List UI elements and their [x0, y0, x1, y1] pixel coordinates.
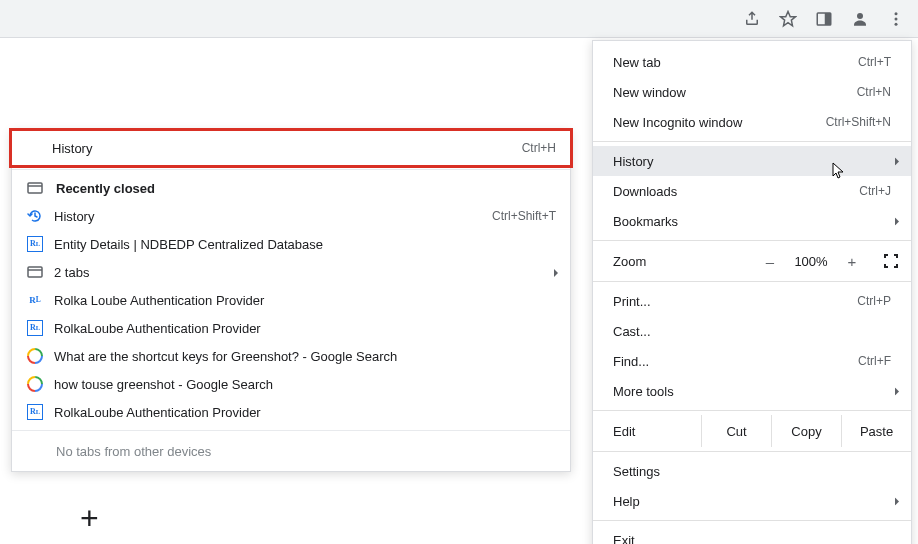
submenu-label: RolkaLoube Authentication Provider	[54, 405, 556, 420]
menu-label: Find...	[613, 354, 858, 369]
menu-label: Settings	[613, 464, 891, 479]
rl-favicon-icon: RL	[26, 319, 44, 337]
submenu-label: Entity Details | NDBEDP Centralized Data…	[54, 237, 556, 252]
paste-button[interactable]: Paste	[841, 415, 911, 447]
rl-favicon-icon: RL	[26, 291, 44, 309]
tabs-icon	[26, 263, 44, 281]
menu-shortcut: Ctrl+N	[857, 85, 891, 99]
submenu-label: how touse greenshot - Google Search	[54, 377, 556, 392]
cut-button[interactable]: Cut	[701, 415, 771, 447]
menu-label: Cast...	[613, 324, 891, 339]
window-icon	[26, 179, 44, 197]
svg-rect-13	[896, 264, 898, 268]
menu-separator	[593, 240, 911, 241]
chevron-right-icon	[552, 265, 560, 280]
menu-item-new-incognito[interactable]: New Incognito window Ctrl+Shift+N	[593, 107, 911, 137]
menu-shortcut: Ctrl+F	[858, 354, 891, 368]
menu-item-help[interactable]: Help	[593, 486, 911, 516]
svg-rect-1	[825, 13, 831, 25]
menu-item-downloads[interactable]: Downloads Ctrl+J	[593, 176, 911, 206]
profile-icon[interactable]	[846, 5, 874, 33]
menu-icon[interactable]	[882, 5, 910, 33]
submenu-item-history[interactable]: History Ctrl+H	[9, 128, 573, 168]
chevron-right-icon	[893, 214, 901, 229]
submenu-separator	[12, 430, 570, 431]
svg-point-4	[895, 17, 898, 20]
svg-rect-16	[28, 267, 42, 277]
menu-label: Exit	[613, 533, 891, 545]
menu-item-settings[interactable]: Settings	[593, 456, 911, 486]
submenu-label: RolkaLoube Authentication Provider	[54, 321, 556, 336]
menu-item-print[interactable]: Print... Ctrl+P	[593, 286, 911, 316]
edit-label: Edit	[593, 415, 701, 447]
zoom-out-button[interactable]: –	[751, 253, 789, 270]
menu-separator	[593, 281, 911, 282]
zoom-in-button[interactable]: +	[833, 253, 871, 270]
menu-shortcut: Ctrl+J	[859, 184, 891, 198]
menu-label: Help	[613, 494, 891, 509]
submenu-footer: No tabs from other devices	[12, 435, 570, 467]
browser-toolbar	[0, 0, 918, 38]
submenu-label: Rolka Loube Authentication Provider	[54, 293, 556, 308]
svg-rect-7	[884, 254, 886, 258]
submenu-label: History	[52, 141, 512, 156]
google-favicon-icon	[26, 347, 44, 365]
menu-item-more-tools[interactable]: More tools	[593, 376, 911, 406]
menu-separator	[593, 410, 911, 411]
submenu-item[interactable]: History Ctrl+Shift+T	[12, 202, 570, 230]
share-icon[interactable]	[738, 5, 766, 33]
submenu-heading-recently-closed: Recently closed	[12, 174, 570, 202]
menu-shortcut: Ctrl+T	[858, 55, 891, 69]
menu-shortcut: Ctrl+P	[857, 294, 891, 308]
menu-item-cast[interactable]: Cast...	[593, 316, 911, 346]
rl-favicon-icon: RL	[26, 403, 44, 421]
submenu-item[interactable]: RL Rolka Loube Authentication Provider	[12, 286, 570, 314]
menu-item-exit[interactable]: Exit	[593, 525, 911, 544]
submenu-item[interactable]: RL Entity Details | NDBEDP Centralized D…	[12, 230, 570, 258]
reading-list-icon[interactable]	[810, 5, 838, 33]
menu-label: History	[613, 154, 891, 169]
svg-point-2	[857, 13, 863, 19]
menu-label: New window	[613, 85, 857, 100]
svg-rect-9	[896, 254, 898, 258]
submenu-label: 2 tabs	[54, 265, 556, 280]
menu-label: Downloads	[613, 184, 859, 199]
svg-point-5	[895, 22, 898, 25]
copy-button[interactable]: Copy	[771, 415, 841, 447]
restore-icon	[26, 207, 44, 225]
menu-label: New Incognito window	[613, 115, 826, 130]
menu-separator	[593, 451, 911, 452]
submenu-item[interactable]: RL RolkaLoube Authentication Provider	[12, 398, 570, 426]
zoom-value: 100%	[789, 254, 833, 269]
submenu-item[interactable]: RL RolkaLoube Authentication Provider	[12, 314, 570, 342]
menu-label: Print...	[613, 294, 857, 309]
svg-rect-14	[28, 183, 42, 193]
chevron-right-icon	[893, 154, 901, 169]
submenu-label: What are the shortcut keys for Greenshot…	[54, 349, 556, 364]
submenu-label: History	[54, 209, 482, 224]
submenu-item[interactable]: how touse greenshot - Google Search	[12, 370, 570, 398]
menu-item-find[interactable]: Find... Ctrl+F	[593, 346, 911, 376]
menu-shortcut: Ctrl+Shift+N	[826, 115, 891, 129]
submenu-shortcut: Ctrl+H	[522, 141, 556, 155]
menu-separator	[593, 141, 911, 142]
google-favicon-icon	[26, 375, 44, 393]
menu-zoom-row: Zoom – 100% +	[593, 245, 911, 277]
svg-point-3	[895, 12, 898, 15]
main-menu: New tab Ctrl+T New window Ctrl+N New Inc…	[592, 40, 912, 544]
submenu-item-tabs[interactable]: 2 tabs	[12, 258, 570, 286]
submenu-item[interactable]: What are the shortcut keys for Greenshot…	[12, 342, 570, 370]
fullscreen-icon[interactable]	[871, 254, 911, 268]
menu-label: More tools	[613, 384, 891, 399]
submenu-shortcut: Ctrl+Shift+T	[492, 209, 556, 223]
submenu-separator	[12, 169, 570, 170]
menu-item-history[interactable]: History	[593, 146, 911, 176]
history-submenu: History Ctrl+H Recently closed History C…	[11, 130, 571, 472]
menu-item-new-tab[interactable]: New tab Ctrl+T	[593, 47, 911, 77]
menu-label: Bookmarks	[613, 214, 891, 229]
add-shortcut-button[interactable]: +	[80, 500, 99, 537]
menu-item-new-window[interactable]: New window Ctrl+N	[593, 77, 911, 107]
star-icon[interactable]	[774, 5, 802, 33]
menu-item-bookmarks[interactable]: Bookmarks	[593, 206, 911, 236]
menu-separator	[593, 520, 911, 521]
